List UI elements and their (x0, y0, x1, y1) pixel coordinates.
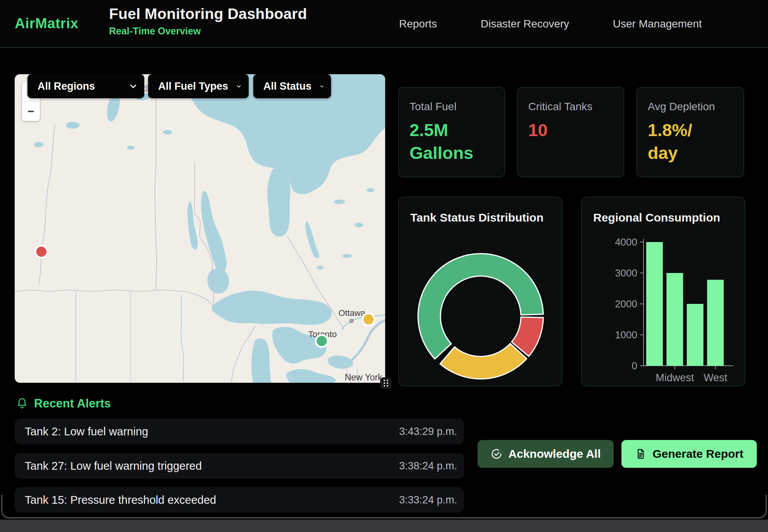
bar-chart-title: Regional Consumption (593, 211, 720, 224)
stat-label: Total Fuel (410, 101, 494, 113)
chevron-down-icon (320, 84, 323, 89)
stat-label: Avg Depletion (648, 101, 733, 113)
stat-label: Critical Tanks (528, 101, 613, 113)
tank-map[interactable]: Canada Ottawa Toronto New York + − All R… (15, 74, 385, 383)
document-icon (635, 448, 646, 460)
bar-x-label: West (703, 372, 727, 384)
map-resize-handle-icon[interactable] (380, 377, 392, 389)
stat-value: 2.5M Gallons (410, 119, 491, 164)
donut-segment-warning (440, 344, 527, 379)
check-circle-icon (491, 448, 502, 460)
nav-item-reports[interactable]: Reports (399, 18, 437, 30)
chevron-down-icon (237, 84, 241, 89)
svg-text:0: 0 (632, 360, 637, 372)
map-label-ottawa: Ottawa (338, 308, 365, 318)
filter-regions-dropdown[interactable]: All Regions (27, 74, 144, 98)
alert-row[interactable]: Tank 27: Low fuel warning triggered 3:38… (15, 453, 464, 479)
page-title: Fuel Monitoring Dashboard (109, 5, 307, 22)
bar-x-label: Midwest (655, 372, 694, 384)
bar-region-3 (687, 304, 703, 366)
stat-card-total-fuel: Total Fuel 2.5M Gallons (398, 87, 505, 177)
tank-marker-toronto[interactable] (316, 335, 328, 347)
generate-report-label: Generate Report (652, 447, 743, 460)
stat-value: 10 (528, 119, 613, 142)
desktop-strip (0, 520, 768, 532)
main-nav: Reports Disaster Recovery User Managemen… (399, 0, 702, 48)
svg-text:2000: 2000 (615, 298, 637, 310)
tank-marker-ottawa[interactable] (363, 314, 375, 326)
chevron-down-icon (130, 84, 137, 89)
stat-card-avg-depletion: Avg Depletion 1.8%/day (637, 87, 744, 177)
zoom-out-button[interactable]: − (22, 102, 40, 121)
header: AirMatrix Fuel Monitoring Dashboard Real… (0, 0, 768, 48)
alerts-title: Recent Alerts (34, 397, 111, 411)
tank-status-distribution-card: Tank Status Distribution (398, 197, 562, 386)
filter-fuel-types-dropdown[interactable]: All Fuel Types (148, 74, 249, 98)
title-block: Fuel Monitoring Dashboard Real-Time Over… (109, 5, 307, 37)
alerts-header: Recent Alerts (16, 397, 111, 411)
tank-marker-west[interactable] (36, 246, 48, 258)
filter-regions-label: All Regions (38, 80, 95, 92)
alert-text: Tank 15: Pressure threshold exceeded (25, 494, 216, 506)
acknowledge-all-button[interactable]: Acknowledge All (478, 440, 614, 468)
bar-West (707, 280, 724, 366)
fuel-monitoring-dashboard: AirMatrix Fuel Monitoring Dashboard Real… (0, 0, 768, 532)
filter-fuel-types-label: All Fuel Types (158, 80, 228, 92)
map-canvas: Canada Ottawa Toronto New York (15, 74, 385, 383)
svg-text:3000: 3000 (615, 267, 637, 279)
alert-timestamp: 3:38:24 p.m. (399, 460, 457, 472)
filter-status-label: All Status (263, 80, 312, 92)
alert-row[interactable]: Tank 2: Low fuel warning 3:43:29 p.m. (15, 419, 464, 444)
alert-text: Tank 27: Low fuel warning triggered (25, 460, 202, 472)
alert-timestamp: 3:43:29 p.m. (399, 426, 457, 438)
filter-status-dropdown[interactable]: All Status (253, 74, 331, 98)
regional-consumption-card: Regional Consumption 01000200030004000Mi… (581, 197, 745, 386)
tank-status-donut-chart (399, 197, 562, 386)
alert-text: Tank 2: Low fuel warning (25, 425, 148, 438)
bell-icon (16, 397, 28, 410)
donut-chart-title: Tank Status Distribution (410, 211, 543, 224)
regional-consumption-bar-chart: 01000200030004000MidwestWest (582, 197, 745, 386)
map-label-new-york: New York (345, 372, 382, 382)
nav-item-user-management[interactable]: User Management (613, 18, 702, 30)
generate-report-button[interactable]: Generate Report (621, 440, 757, 468)
bar-region-1 (646, 242, 663, 366)
acknowledge-all-label: Acknowledge All (509, 447, 601, 460)
stat-card-critical-tanks: Critical Tanks 10 (517, 87, 624, 177)
map-water-james-bay (267, 166, 290, 237)
stat-value: 1.8%/day (648, 119, 700, 164)
page-subtitle: Real-Time Overview (109, 26, 307, 37)
bar-Midwest (667, 273, 683, 366)
nav-item-disaster-recovery[interactable]: Disaster Recovery (481, 18, 569, 30)
svg-text:4000: 4000 (615, 236, 637, 248)
alert-row[interactable]: Tank 15: Pressure threshold exceeded 3:3… (15, 487, 464, 513)
brand-logo[interactable]: AirMatrix (15, 15, 79, 32)
svg-text:1000: 1000 (615, 329, 637, 341)
alert-timestamp: 3:33:24 p.m. (399, 494, 457, 506)
